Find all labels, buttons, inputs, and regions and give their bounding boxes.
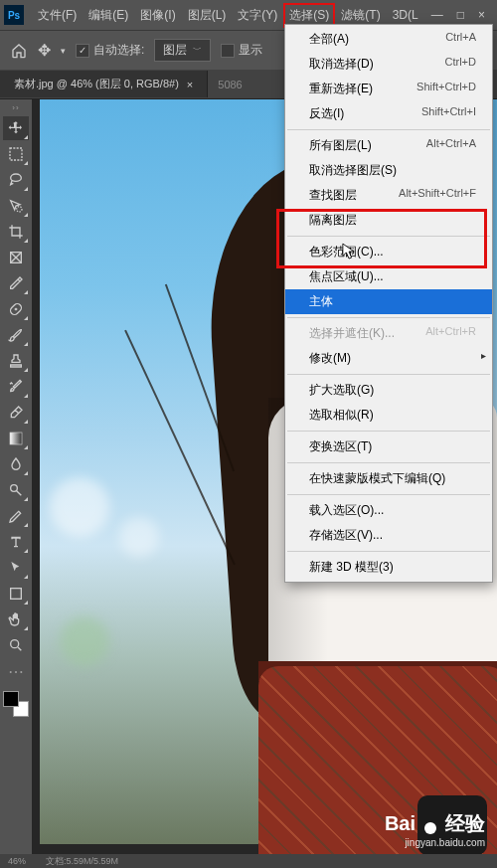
menu-file[interactable]: 文件(F) xyxy=(32,3,83,28)
lasso-tool[interactable] xyxy=(3,168,29,192)
menu-item[interactable]: 修改(M) xyxy=(285,346,492,371)
crop-tool[interactable] xyxy=(3,220,29,244)
menu-item[interactable]: 全部(A)Ctrl+A xyxy=(285,27,492,52)
menu-item-shortcut: Shift+Ctrl+D xyxy=(416,81,476,97)
menu-item[interactable]: 反选(I)Shift+Ctrl+I xyxy=(285,101,492,126)
menu-item-label: 全部(A) xyxy=(309,31,349,48)
history-brush-tool[interactable] xyxy=(3,375,29,399)
menu-item: 选择并遮住(K)...Alt+Ctrl+R xyxy=(285,321,492,346)
menu-item[interactable]: 存储选区(V)... xyxy=(285,523,492,548)
svg-point-1 xyxy=(17,207,22,212)
pen-tool[interactable] xyxy=(3,504,29,528)
show-label: 显示 xyxy=(239,42,262,59)
svg-point-5 xyxy=(11,485,18,492)
menu-item-label: 载入选区(O)... xyxy=(309,502,384,519)
stamp-tool[interactable] xyxy=(3,349,29,373)
watermark-url: jingyan.baidu.com xyxy=(385,837,485,848)
menu-item[interactable]: 隔离图层 xyxy=(285,208,492,233)
tab-title: 素材.jpg @ 46% (图层 0, RGB/8#) xyxy=(14,77,179,91)
marquee-tool[interactable] xyxy=(3,142,29,166)
menu-item[interactable]: 选取相似(R) xyxy=(285,403,492,428)
frame-tool[interactable] xyxy=(3,246,29,269)
path-select-tool[interactable] xyxy=(3,556,29,580)
menu-item[interactable]: 主体 xyxy=(285,289,492,314)
menu-item-shortcut: Ctrl+D xyxy=(445,56,476,73)
menu-item-label: 隔离图层 xyxy=(309,212,357,229)
menu-item[interactable]: 焦点区域(U)... xyxy=(285,264,492,289)
quick-select-tool[interactable] xyxy=(3,194,29,218)
app-logo: Ps xyxy=(4,5,24,25)
menu-item[interactable]: 所有图层(L)Alt+Ctrl+A xyxy=(285,133,492,158)
menu-type[interactable]: 文字(Y) xyxy=(232,3,283,28)
menu-item-label: 存储选区(V)... xyxy=(309,527,383,544)
zoom-level[interactable]: 46% xyxy=(8,856,26,866)
minimize-button[interactable]: — xyxy=(431,8,443,22)
brush-tool[interactable] xyxy=(3,323,29,347)
panel-grip-icon[interactable]: ›› xyxy=(12,103,19,112)
menu-item[interactable]: 变换选区(T) xyxy=(285,434,492,459)
menu-item-label: 在快速蒙版模式下编辑(Q) xyxy=(309,470,445,487)
zoom-tool[interactable] xyxy=(3,633,29,657)
foreground-color-swatch[interactable] xyxy=(3,691,19,707)
menu-item-shortcut: Ctrl+A xyxy=(445,31,476,48)
menu-item[interactable]: 取消选择图层(S) xyxy=(285,158,492,183)
color-swatches[interactable] xyxy=(3,691,29,717)
menu-item-label: 新建 3D 模型(3) xyxy=(309,559,394,576)
menu-item[interactable]: 扩大选取(G) xyxy=(285,378,492,403)
watermark-brand: Bai xyxy=(385,812,415,835)
dodge-tool[interactable] xyxy=(3,478,29,502)
menu-item[interactable]: 取消选择(D)Ctrl+D xyxy=(285,52,492,77)
paw-icon xyxy=(419,814,441,834)
blur-tool[interactable] xyxy=(3,452,29,476)
eyedropper-tool[interactable] xyxy=(3,271,29,295)
close-tab-icon[interactable]: × xyxy=(187,79,193,90)
eraser-tool[interactable] xyxy=(3,401,29,425)
menu-item[interactable]: 色彩范围(C)... xyxy=(285,240,492,264)
menu-item-label: 修改(M) xyxy=(309,350,351,367)
status-bar: 46% 文档:5.59M/5.59M xyxy=(0,854,497,868)
menu-edit[interactable]: 编辑(E) xyxy=(83,3,134,28)
maximize-button[interactable]: □ xyxy=(457,8,464,22)
menu-item-label: 查找图层 xyxy=(309,187,357,204)
shape-tool[interactable] xyxy=(3,582,29,606)
menu-item[interactable]: 查找图层Alt+Shift+Ctrl+F xyxy=(285,183,492,208)
menu-3d[interactable]: 3D(L xyxy=(387,4,424,26)
edit-toolbar[interactable]: ⋯ xyxy=(3,659,29,683)
menu-separator xyxy=(287,494,490,495)
checkbox-icon xyxy=(221,44,235,58)
svg-rect-4 xyxy=(10,433,22,444)
watermark-brand2: 经验 xyxy=(445,810,485,837)
menu-image[interactable]: 图像(I) xyxy=(134,3,181,28)
menu-item-label: 选择并遮住(K)... xyxy=(309,325,395,342)
hand-tool[interactable] xyxy=(3,608,29,631)
menu-layer[interactable]: 图层(L) xyxy=(182,3,233,28)
menu-item-label: 重新选择(E) xyxy=(309,81,373,97)
menu-item[interactable]: 重新选择(E)Shift+Ctrl+D xyxy=(285,77,492,101)
svg-rect-6 xyxy=(11,589,22,600)
healing-tool[interactable] xyxy=(3,297,29,321)
menu-separator xyxy=(287,374,490,375)
menu-item[interactable]: 载入选区(O)... xyxy=(285,498,492,523)
svg-point-7 xyxy=(11,640,19,648)
move-tool[interactable] xyxy=(3,116,29,140)
menu-item-label: 取消选择(D) xyxy=(309,56,374,73)
menu-item[interactable]: 新建 3D 模型(3) xyxy=(285,555,492,580)
combo-value: 图层 xyxy=(163,42,187,59)
menu-item[interactable]: 在快速蒙版模式下编辑(Q) xyxy=(285,466,492,491)
home-icon[interactable] xyxy=(10,43,28,59)
menu-item-shortcut: Alt+Shift+Ctrl+F xyxy=(399,187,476,204)
auto-select-checkbox[interactable]: ✓ 自动选择: xyxy=(76,42,144,59)
svg-rect-0 xyxy=(10,148,22,160)
document-tab-active[interactable]: 素材.jpg @ 46% (图层 0, RGB/8#) × xyxy=(0,71,208,97)
show-transform-checkbox[interactable]: 显示 xyxy=(221,42,262,59)
type-tool[interactable] xyxy=(3,530,29,554)
menu-separator xyxy=(287,551,490,552)
document-tab-2[interactable]: 5086 xyxy=(208,73,251,96)
document-size: 文档:5.59M/5.59M xyxy=(46,855,118,868)
target-combobox[interactable]: 图层 ﹀ xyxy=(154,39,211,62)
gradient-tool[interactable] xyxy=(3,427,29,450)
dropdown-caret-icon[interactable]: ▾ xyxy=(61,46,66,56)
menu-item-label: 反选(I) xyxy=(309,105,344,122)
menu-separator xyxy=(287,317,490,318)
close-button[interactable]: × xyxy=(478,8,485,22)
